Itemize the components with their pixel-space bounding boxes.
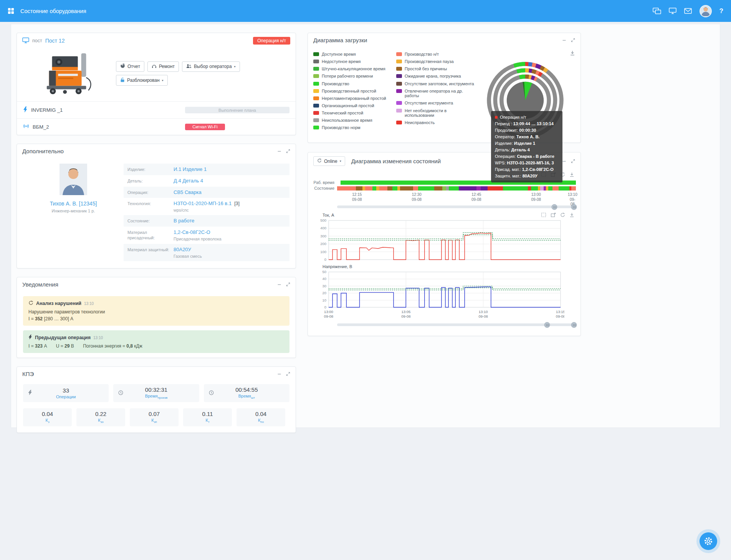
operator-id-link[interactable]: [12345] — [79, 200, 97, 207]
legend-item: Отсутствие инструмента — [396, 101, 475, 106]
tooltip-row: Операция: Сварка - В работе — [495, 153, 559, 160]
field-value-line: В работе — [174, 218, 286, 224]
monitor-icon[interactable] — [669, 8, 676, 14]
tooltip-label: Продолжит: — [495, 128, 518, 133]
legend-swatch — [313, 89, 319, 93]
user-avatar[interactable] — [700, 5, 712, 17]
kpi-label-sub: зо — [101, 421, 104, 424]
operation-fields: Изделие:И.1 Изделие 1Деталь:Д.4 Деталь 4… — [124, 164, 289, 261]
pie-chart-icon — [120, 63, 125, 70]
apps-grid-icon[interactable] — [8, 8, 14, 14]
slider-handle-left[interactable] — [544, 322, 550, 328]
clock-icon — [118, 390, 123, 397]
slider-handle-left[interactable] — [552, 204, 557, 210]
refresh-icon[interactable] — [560, 212, 565, 217]
expand-icon[interactable] — [571, 159, 575, 163]
collapse-icon[interactable] — [277, 282, 281, 287]
slider-handle-right[interactable] — [571, 204, 577, 210]
download-icon[interactable] — [570, 50, 575, 56]
slider-handle-right[interactable] — [571, 322, 577, 328]
voltage-chart[interactable]: 0102030405013:0009-0813:0509-0813:1009-0… — [313, 269, 564, 320]
field-row: Состояние:В работе — [124, 215, 289, 227]
tooltip-value: Сварка - В работе — [517, 154, 554, 159]
legend-swatch — [396, 121, 402, 124]
field-value-line: НЗТО-01-2020-МП-16 в.1[3] — [174, 200, 286, 206]
legend-item: Неиспользованное время — [313, 118, 392, 123]
repair-button[interactable]: Ремонт — [147, 61, 179, 72]
field-value-link[interactable]: НЗТО-01-2020-МП-16 в.1 — [174, 200, 232, 206]
tooltip-value: Деталь 4 — [511, 147, 530, 152]
legend-item: Организационный простой — [313, 103, 392, 108]
field-value-link[interactable]: 1,2-Св-08Г2С-О — [174, 229, 210, 235]
field-label: Деталь: — [127, 178, 174, 184]
field-value-link[interactable]: 80А20У — [174, 247, 191, 252]
legend-item: Нерегламентированный простой — [313, 96, 392, 101]
tooltip-value: НЗТО-01-2020-МП-16, 3 — [507, 161, 554, 165]
plan-progress-bar: Выполнение плана — [185, 107, 289, 113]
post-link[interactable]: Пост 12 — [45, 38, 65, 44]
field-sub: Присадочная проволока — [174, 237, 286, 241]
expand-icon[interactable] — [571, 38, 575, 42]
strip-segment — [548, 186, 552, 191]
operator-select-button[interactable]: Выбор оператора ▾ — [182, 61, 240, 72]
collapse-icon[interactable] — [277, 372, 281, 376]
legend-label: Штучно-калькуляционное время — [322, 66, 385, 71]
alert-time: 13:10 — [93, 336, 103, 340]
kpi-tile: 0.04Кз — [23, 408, 72, 426]
kpi-label: Кпо — [258, 418, 264, 424]
strip-segment — [559, 186, 569, 191]
kpi-value: 0.07 — [149, 411, 160, 417]
legend-label: Отсутствие инструмента — [405, 101, 453, 106]
kpi-top-row: 33Операции00:32:31Времяпроизв00:54:55Вре… — [17, 381, 296, 405]
field-label: Операция: — [127, 189, 174, 196]
expand-icon[interactable] — [286, 149, 290, 153]
box-select-icon[interactable] — [541, 212, 546, 217]
report-button[interactable]: Отчет — [116, 61, 144, 72]
kpi-value: 0.11 — [202, 411, 213, 417]
expand-icon[interactable] — [286, 372, 290, 376]
legend-swatch — [396, 82, 402, 86]
strip-segment — [446, 186, 449, 191]
strip-segment — [337, 186, 356, 191]
kpi-label-sub: по — [260, 421, 264, 424]
collapse-icon[interactable] — [277, 149, 281, 153]
kpi-value: 0.04 — [42, 411, 53, 417]
clock-icon — [209, 390, 214, 397]
collapse-icon[interactable] — [562, 159, 566, 163]
bolt-icon — [28, 335, 32, 341]
operator-name-link[interactable]: Тихов А. В. — [50, 200, 78, 207]
download-icon[interactable] — [569, 172, 574, 177]
zoom-out-box-icon[interactable] — [551, 212, 556, 217]
field-value-link[interactable]: В работе — [174, 218, 194, 224]
chart-range-slider[interactable] — [337, 321, 576, 328]
tooltip-value: 13:09:44 … 13:10:14 — [513, 121, 554, 126]
alert-time: 13:10 — [84, 302, 94, 306]
collapse-icon[interactable] — [562, 38, 566, 42]
download-icon[interactable] — [569, 212, 574, 217]
svg-text:400: 400 — [320, 226, 326, 230]
help-icon[interactable]: ? — [719, 7, 723, 15]
timeline-range-slider[interactable] — [337, 203, 576, 210]
state-strip[interactable] — [337, 186, 576, 191]
post-monitor-icon — [22, 37, 29, 45]
mail-icon[interactable] — [684, 8, 692, 14]
online-toggle-button[interactable]: Online ▾ — [313, 156, 345, 166]
expand-icon[interactable] — [286, 282, 290, 287]
unlock-button[interactable]: Разблокирован ▾ — [116, 75, 168, 86]
field-value-wrap: СВ5 Сварка — [174, 189, 286, 196]
field-extra: [3] — [234, 201, 240, 206]
slider-track[interactable] — [337, 323, 576, 326]
tooltip-label: Оператор: — [495, 134, 515, 139]
field-value-link[interactable]: Д.4 Деталь 4 — [174, 178, 203, 184]
tooltip-row: Период : 13:09:44 … 13:10:14 — [495, 121, 559, 127]
screen-share-icon[interactable] — [653, 8, 661, 15]
settings-fab-button[interactable] — [700, 532, 717, 550]
field-value-link[interactable]: И.1 Изделие 1 — [174, 166, 207, 172]
operator-photo — [60, 164, 87, 197]
slider-track[interactable] — [337, 205, 576, 208]
field-value-link[interactable]: СВ5 Сварка — [174, 189, 202, 195]
current-chart[interactable]: 0100200300400500 — [313, 217, 564, 263]
current-chart-title: Ток, А — [322, 213, 334, 217]
svg-text:09-08: 09-08 — [324, 314, 333, 318]
kpi-label-sub: произв — [158, 396, 168, 400]
